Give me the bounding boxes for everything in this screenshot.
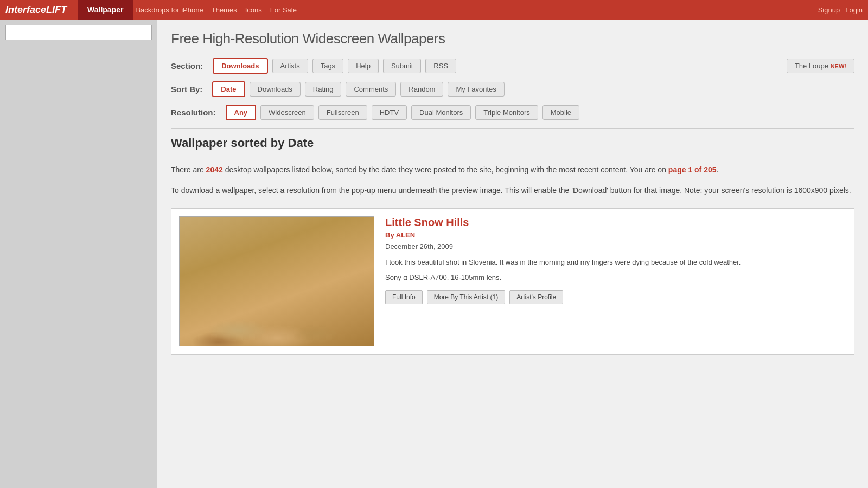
nav-wallpaper[interactable]: Wallpaper xyxy=(78,0,133,20)
nav-icons[interactable]: Icons xyxy=(245,6,262,14)
section-downloads[interactable]: Downloads xyxy=(213,58,267,74)
sort-random[interactable]: Random xyxy=(400,82,443,97)
description: There are 2042 desktop wallpapers listed… xyxy=(171,164,854,177)
layout: Free High-Resolution Widescreen Wallpape… xyxy=(0,20,868,488)
res-dual[interactable]: Dual Monitors xyxy=(411,105,471,120)
artist-by-label: By xyxy=(385,231,396,239)
desc-suffix: . xyxy=(717,165,719,174)
loupe-new-badge: NEW! xyxy=(831,63,846,69)
wallpaper-title[interactable]: Little Snow Hills xyxy=(385,216,846,229)
res-widescreen[interactable]: Widescreen xyxy=(260,105,314,120)
res-triple[interactable]: Triple Monitors xyxy=(475,105,538,120)
res-mobile[interactable]: Mobile xyxy=(542,105,579,120)
section-help[interactable]: Help xyxy=(348,59,379,73)
sort-label: Sort By: xyxy=(171,85,202,94)
wallpaper-camera: Sony α DSLR-A700, 16-105mm lens. xyxy=(385,273,846,281)
res-any[interactable]: Any xyxy=(226,105,257,120)
artist-name[interactable]: ALEN xyxy=(396,231,415,239)
login-link[interactable]: Login xyxy=(845,6,863,14)
section-tags[interactable]: Tags xyxy=(312,59,343,73)
desc-mid: desktop wallpapers listed below, sorted … xyxy=(223,165,668,174)
wallpaper-thumbnail xyxy=(179,216,374,346)
header-right: Signup Login xyxy=(818,6,863,14)
desc-prefix: There are xyxy=(171,165,206,174)
sort-downloads[interactable]: Downloads xyxy=(250,82,301,97)
sort-date[interactable]: Date xyxy=(212,81,245,97)
nav-iphone[interactable]: Backdrops for iPhone xyxy=(136,6,203,14)
sort-row: Sort By: Date Downloads Rating Comments … xyxy=(171,81,854,97)
wallpaper-date: December 26th, 2009 xyxy=(385,242,846,251)
sort-rating[interactable]: Rating xyxy=(305,82,342,97)
search-input[interactable] xyxy=(5,25,152,40)
res-fullscreen[interactable]: Fullscreen xyxy=(318,105,367,120)
loupe-label: The Loupe xyxy=(795,62,828,70)
sort-favorites[interactable]: My Favorites xyxy=(448,82,504,97)
wallpaper-count: 2042 xyxy=(206,165,223,174)
wallpaper-card: Little Snow Hills By ALEN December 26th,… xyxy=(171,208,854,355)
nav-forsale[interactable]: For Sale xyxy=(270,6,297,14)
section-loupe[interactable]: The Loupe NEW! xyxy=(787,59,854,73)
artist-profile-button[interactable]: Artist's Profile xyxy=(509,290,563,304)
signup-link[interactable]: Signup xyxy=(818,6,840,14)
instruction: To download a wallpaper, select a resolu… xyxy=(171,184,854,197)
logo[interactable]: InterfaceLIFT xyxy=(5,4,67,16)
resolution-row: Resolution: Any Widescreen Fullscreen HD… xyxy=(171,105,854,120)
resolution-label: Resolution: xyxy=(171,108,216,117)
section-artists[interactable]: Artists xyxy=(272,59,308,73)
wallpaper-artist: By ALEN xyxy=(385,231,846,239)
page-info: page 1 of 205 xyxy=(668,165,717,174)
section-rss[interactable]: RSS xyxy=(425,59,456,73)
wallpaper-description: I took this beautiful shot in Slovenia. … xyxy=(385,257,846,268)
wallpaper-info: Little Snow Hills By ALEN December 26th,… xyxy=(385,216,846,346)
more-by-artist-button[interactable]: More By This Artist (1) xyxy=(427,290,505,304)
page-title: Free High-Resolution Widescreen Wallpape… xyxy=(171,30,854,47)
nav-themes[interactable]: Themes xyxy=(212,6,237,14)
content-heading: Wallpaper sorted by Date xyxy=(171,136,854,156)
section-submit[interactable]: Submit xyxy=(383,59,421,73)
main-content: Free High-Resolution Widescreen Wallpape… xyxy=(157,20,868,488)
divider xyxy=(171,128,854,129)
sort-comments[interactable]: Comments xyxy=(346,82,396,97)
wallpaper-actions: Full Info More By This Artist (1) Artist… xyxy=(385,290,846,304)
section-label: Section: xyxy=(171,61,203,70)
sidebar xyxy=(0,20,157,488)
full-info-button[interactable]: Full Info xyxy=(385,290,423,304)
section-row: Section: Downloads Artists Tags Help Sub… xyxy=(171,58,854,74)
res-hdtv[interactable]: HDTV xyxy=(372,105,407,120)
header: InterfaceLIFT Wallpaper Backdrops for iP… xyxy=(0,0,868,20)
